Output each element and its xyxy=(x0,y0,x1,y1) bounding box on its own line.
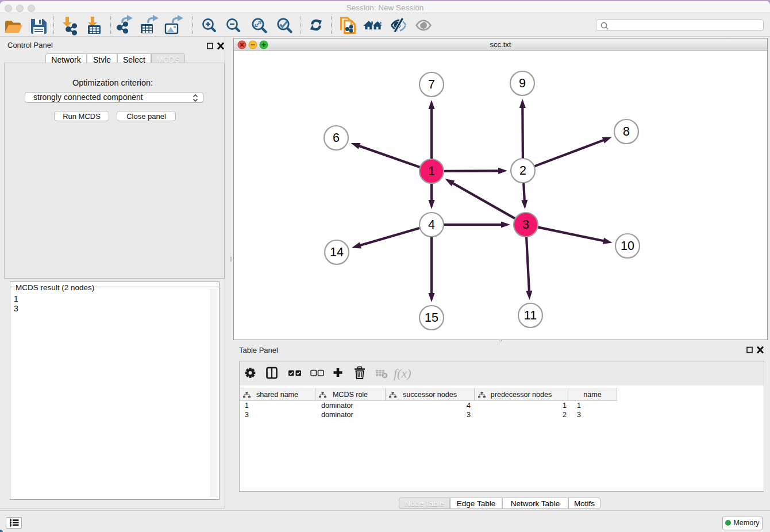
svg-text:15: 15 xyxy=(425,311,438,325)
svg-text:1: 1 xyxy=(428,164,435,178)
svg-text:9: 9 xyxy=(519,76,526,90)
svg-text:4: 4 xyxy=(428,218,435,232)
svg-text:8: 8 xyxy=(623,125,630,138)
svg-text:7: 7 xyxy=(428,78,435,91)
svg-text:10: 10 xyxy=(621,239,634,253)
svg-text:6: 6 xyxy=(333,131,340,145)
svg-text:2: 2 xyxy=(519,164,526,178)
svg-text:14: 14 xyxy=(330,245,344,259)
svg-text:11: 11 xyxy=(524,309,537,322)
svg-text:f(x): f(x) xyxy=(394,366,411,380)
svg-text:3: 3 xyxy=(522,218,529,232)
